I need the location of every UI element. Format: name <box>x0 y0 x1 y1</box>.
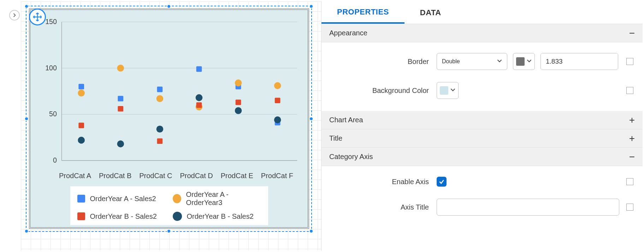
border-color-picker[interactable] <box>513 53 535 70</box>
check-icon <box>438 178 445 185</box>
tab-data[interactable]: DATA <box>404 1 457 24</box>
section-title: Chart Area <box>329 116 363 124</box>
section-title: Category Axis <box>329 153 373 161</box>
svg-text:0: 0 <box>53 156 57 164</box>
svg-point-21 <box>274 82 281 89</box>
reset-checkbox[interactable] <box>626 58 633 65</box>
resize-handle[interactable] <box>167 229 171 233</box>
reset-checkbox[interactable] <box>626 178 633 185</box>
svg-text:150: 150 <box>45 18 57 25</box>
chevron-right-icon <box>12 13 17 17</box>
border-width-input[interactable] <box>540 53 618 70</box>
svg-point-16 <box>78 90 85 97</box>
label-enable-axis: Enable Axis <box>331 178 437 186</box>
resize-handle[interactable] <box>309 229 313 233</box>
section-title: Appearance <box>329 29 367 37</box>
panel-tabs: PROPERTIES DATA <box>321 1 643 24</box>
svg-point-18 <box>156 95 164 102</box>
section-category-axis[interactable]: Category Axis − <box>321 148 643 166</box>
svg-rect-13 <box>196 66 202 72</box>
svg-point-31 <box>196 94 203 101</box>
resize-handle[interactable] <box>309 117 313 121</box>
collapse-panel-button[interactable] <box>9 10 20 20</box>
label-border: Border <box>331 58 437 66</box>
design-canvas: 050100150 ProdCat AProdCat BProdCat CPro… <box>1 1 321 251</box>
expand-icon[interactable]: + <box>629 134 635 143</box>
svg-point-17 <box>117 65 124 72</box>
svg-point-32 <box>235 107 242 114</box>
resize-handle[interactable] <box>24 4 29 8</box>
section-title: Title <box>329 134 342 142</box>
chevron-down-icon <box>450 87 455 94</box>
svg-rect-23 <box>118 106 123 112</box>
svg-text:100: 100 <box>45 64 57 72</box>
resize-handle[interactable] <box>309 4 313 8</box>
svg-point-29 <box>117 140 124 147</box>
svg-text:50: 50 <box>49 110 57 118</box>
label-background-color: Background Color <box>331 87 437 95</box>
svg-rect-11 <box>118 96 123 101</box>
chart-plot: 050100150 <box>37 17 301 169</box>
chart-legend: OrderYear A - Sales2OrderYear A - OrderY… <box>70 186 268 225</box>
resize-handle[interactable] <box>167 4 171 8</box>
svg-rect-12 <box>157 87 163 92</box>
chart-x-labels: ProdCat AProdCat BProdCat CProdCat DProd… <box>55 172 297 180</box>
background-color-picker[interactable] <box>437 82 459 99</box>
label-axis-title: Axis Title <box>331 203 437 211</box>
svg-rect-25 <box>196 102 202 108</box>
properties-panel: PROPERTIES DATA Appearance − Border Doub… <box>321 1 643 251</box>
move-handle[interactable] <box>29 8 46 25</box>
chevron-down-icon <box>497 58 502 65</box>
border-width-value[interactable] <box>541 53 618 70</box>
svg-point-33 <box>274 116 281 123</box>
section-chart-area[interactable]: Chart Area + <box>321 111 643 129</box>
svg-point-20 <box>235 80 242 87</box>
svg-point-30 <box>156 125 164 133</box>
svg-rect-27 <box>275 98 280 103</box>
resize-handle[interactable] <box>24 117 29 121</box>
enable-axis-checkbox[interactable] <box>437 177 447 187</box>
chart-report-item[interactable]: 050100150 ProdCat AProdCat BProdCat CPro… <box>29 8 309 229</box>
svg-rect-10 <box>78 84 84 89</box>
svg-rect-22 <box>78 123 84 128</box>
resize-handle[interactable] <box>24 229 29 233</box>
chevron-down-icon <box>527 58 532 65</box>
svg-point-28 <box>78 137 85 144</box>
section-appearance[interactable]: Appearance − <box>321 24 643 42</box>
reset-checkbox[interactable] <box>626 87 633 94</box>
svg-rect-26 <box>236 100 241 105</box>
axis-title-input[interactable] <box>437 199 619 216</box>
section-title-props[interactable]: Title + <box>321 129 643 148</box>
tab-properties[interactable]: PROPERTIES <box>321 1 404 24</box>
color-swatch <box>440 86 448 95</box>
border-style-select[interactable]: Double <box>437 53 507 70</box>
reset-checkbox[interactable] <box>626 204 633 211</box>
border-style-value: Double <box>442 58 460 65</box>
svg-rect-24 <box>157 138 163 144</box>
move-icon <box>33 12 42 22</box>
expand-icon[interactable]: + <box>629 115 635 125</box>
collapse-icon[interactable]: − <box>629 152 635 162</box>
color-swatch <box>516 57 525 66</box>
collapse-icon[interactable]: − <box>629 28 635 38</box>
